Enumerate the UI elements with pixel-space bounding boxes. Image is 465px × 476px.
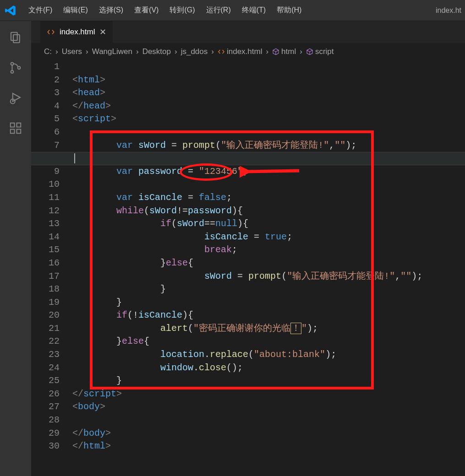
chevron-right-icon: ›	[134, 47, 141, 56]
code-line[interactable]	[72, 126, 465, 139]
explorer-icon[interactable]	[5, 27, 27, 49]
svg-rect-8	[17, 130, 21, 134]
breadcrumb-segment[interactable]: js_ddos	[181, 47, 208, 56]
line-number: 28	[31, 414, 60, 427]
svg-rect-1	[13, 35, 20, 43]
line-number: 26	[31, 388, 60, 401]
line-number: 24	[31, 362, 60, 375]
menu-item[interactable]: 帮助(H)	[271, 3, 307, 18]
line-number: 29	[31, 427, 60, 440]
code-line[interactable]: }else{	[72, 335, 465, 348]
chevron-right-icon: ›	[209, 47, 216, 56]
breadcrumb[interactable]: C:›Users›WangLiwen›Desktop›js_ddos› inde…	[31, 43, 465, 60]
html-file-icon	[218, 48, 225, 55]
breadcrumb-segment[interactable]: Users	[62, 47, 82, 56]
code-area[interactable]: <html><head></head><script> var sWord = …	[72, 60, 465, 476]
line-number: 2	[31, 74, 60, 87]
breadcrumb-segment[interactable]: script	[315, 47, 334, 56]
svg-point-2	[11, 62, 14, 65]
tab-label: index.html	[60, 27, 95, 37]
menu-item[interactable]: 运行(R)	[201, 3, 236, 18]
menu-item[interactable]: 编辑(E)	[58, 3, 93, 18]
code-line[interactable]: <script>	[72, 113, 465, 126]
code-line[interactable]: window.close();	[72, 362, 465, 375]
line-number: 4	[31, 100, 60, 113]
code-line[interactable]: var sWord = prompt("输入正确密码才能登陆!","");	[72, 139, 465, 152]
breadcrumb-segment[interactable]: Desktop	[142, 47, 171, 56]
run-debug-icon[interactable]	[5, 87, 27, 109]
line-number: 7	[31, 139, 60, 152]
chevron-right-icon: ›	[264, 47, 270, 56]
code-line[interactable]: if(sWord==null){	[72, 217, 465, 231]
code-line[interactable]: var isCancle = false;	[72, 191, 465, 205]
line-number: 6	[31, 126, 60, 139]
line-number: 30	[31, 440, 60, 453]
tab-index-html[interactable]: index.html ✕	[40, 21, 113, 43]
activity-bar	[0, 21, 31, 476]
line-number: 10	[31, 178, 60, 191]
line-number: 13	[31, 217, 60, 231]
code-line[interactable]: isCancle = true;	[72, 231, 465, 244]
code-line[interactable]: }	[72, 283, 465, 296]
close-icon[interactable]: ✕	[99, 27, 106, 37]
line-number: 18	[31, 283, 60, 296]
line-number: 14	[31, 231, 60, 244]
editor-tabs: index.html ✕	[31, 21, 465, 43]
chevron-right-icon: ›	[84, 47, 90, 56]
code-line[interactable]: }	[72, 374, 465, 388]
code-line[interactable]: sWord = prompt("输入正确密码才能登陆!","");	[72, 270, 465, 283]
line-number: 15	[31, 243, 60, 257]
menu-item[interactable]: 文件(F)	[23, 3, 58, 18]
code-line[interactable]	[72, 178, 465, 191]
code-line[interactable]: while(sWord!=password){	[72, 205, 465, 218]
window-title: index.ht	[307, 6, 465, 15]
menu-item[interactable]: 终端(T)	[236, 3, 271, 18]
code-line[interactable]: location.replace("about:blank");	[72, 348, 465, 362]
line-number: 23	[31, 348, 60, 362]
source-control-icon[interactable]	[5, 57, 27, 79]
line-number: 5	[31, 113, 60, 126]
code-editor[interactable]: 1234567891011121314151617181920212223242…	[31, 60, 465, 476]
code-line[interactable]: </head>	[72, 100, 465, 113]
code-line[interactable]: break;	[72, 243, 465, 257]
code-line[interactable]: </script>	[72, 388, 465, 401]
code-line[interactable]: alert("密码正确谢谢你的光临！");	[72, 322, 465, 335]
line-number: 1	[31, 60, 60, 74]
breadcrumb-segment[interactable]: html	[281, 47, 296, 56]
code-line[interactable]: </body>	[72, 427, 465, 440]
menu-item[interactable]: 转到(G)	[164, 3, 200, 18]
code-line[interactable]: <head>	[72, 87, 465, 100]
code-line[interactable]: }	[72, 296, 465, 309]
svg-rect-0	[11, 32, 17, 41]
menu-bar: 文件(F)编辑(E)选择(S)查看(V)转到(G)运行(R)终端(T)帮助(H)…	[0, 0, 465, 21]
code-line[interactable]	[72, 60, 465, 74]
extensions-icon[interactable]	[5, 117, 27, 139]
code-line[interactable]: <body>	[72, 400, 465, 414]
svg-rect-7	[11, 130, 15, 134]
line-number: 19	[31, 296, 60, 309]
code-line[interactable]: <html>	[72, 74, 465, 87]
menu-item[interactable]: 选择(S)	[93, 3, 129, 18]
line-number: 25	[31, 374, 60, 388]
code-line[interactable]: </html>	[72, 440, 465, 453]
code-line[interactable]: if(!isCancle){	[72, 309, 465, 322]
code-line[interactable]: }else{	[72, 257, 465, 270]
menu-item[interactable]: 查看(V)	[129, 3, 164, 18]
line-number-gutter: 1234567891011121314151617181920212223242…	[31, 60, 72, 476]
svg-rect-6	[11, 123, 15, 127]
svg-rect-9	[17, 123, 21, 127]
chevron-right-icon: ›	[54, 47, 60, 56]
breadcrumb-segment[interactable]: WangLiwen	[92, 47, 132, 56]
code-block-icon	[272, 48, 279, 55]
line-number: 3	[31, 87, 60, 100]
line-number: 20	[31, 309, 60, 322]
line-number: 11	[31, 191, 60, 205]
svg-point-4	[18, 66, 21, 69]
code-line[interactable]	[72, 414, 465, 427]
line-number: 17	[31, 270, 60, 283]
svg-point-3	[11, 70, 14, 73]
html-file-icon	[47, 28, 55, 36]
breadcrumb-segment[interactable]: C:	[44, 47, 52, 56]
breadcrumb-segment[interactable]: index.html	[227, 47, 262, 56]
code-line[interactable]: var password = "123456";	[72, 165, 465, 178]
